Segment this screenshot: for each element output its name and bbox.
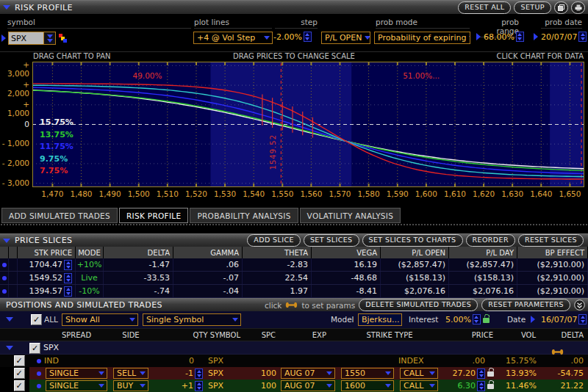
prob-range-stepper[interactable] [516, 32, 524, 42]
price-lock-icon[interactable] [487, 371, 494, 377]
slice-price-stepper[interactable] [64, 260, 72, 270]
side-dropdown[interactable]: BUY [113, 380, 148, 391]
group-checkbox[interactable]: ✓ [29, 343, 40, 354]
step-stepper[interactable] [304, 32, 312, 42]
tab-probability-analysis[interactable]: PROBABILITY ANALYSIS [190, 208, 298, 223]
type-dropdown[interactable]: CALL [400, 368, 438, 379]
all-checkbox[interactable]: ✓ [31, 314, 42, 325]
x-axis-label[interactable]: 1,510 [151, 189, 184, 198]
collapse-slices-icon[interactable] [3, 239, 10, 243]
type-dropdown[interactable]: CALL [400, 380, 438, 391]
price-stepper[interactable] [477, 381, 485, 391]
prob-range-expand-icon[interactable] [476, 33, 481, 40]
x-axis-label[interactable]: 1,490 [94, 189, 126, 198]
copy-icon[interactable] [554, 1, 568, 14]
x-axis-label[interactable]: 1,470 [36, 189, 68, 198]
value-cell: -2.83 [243, 258, 312, 271]
symbol-group-row[interactable]: ✓ SPX [0, 341, 588, 355]
show-filter-dropdown[interactable]: Show All [62, 313, 138, 326]
reset-all-button[interactable]: RESET ALL [458, 1, 511, 14]
interest-stepper[interactable] [473, 314, 481, 324]
qty-stepper[interactable] [195, 381, 203, 391]
symbol-expand-icon[interactable] [1, 35, 6, 42]
plot-lines-dropdown[interactable]: +4 @ Vol Step [193, 32, 273, 44]
reorder-button[interactable]: REORDER [466, 234, 515, 247]
symbol-input[interactable]: SPX [8, 32, 56, 45]
x-axis-label[interactable]: 1,570 [324, 189, 356, 198]
price-slice-row[interactable]: 1549.52Live-33.53-.0722.54-48.68($158.13… [0, 272, 588, 285]
x-axis-label[interactable]: 1,560 [295, 189, 327, 198]
group-wrench-icon[interactable] [551, 344, 564, 358]
value-cell: ($158.13) [381, 272, 449, 284]
table-row-index[interactable]: ✓ IND 0 SPX INDEX .00 15.75% .00 [0, 355, 588, 367]
prob-mode-dropdown[interactable]: Probability of expiring [374, 32, 470, 44]
date-stepper[interactable] [578, 314, 587, 324]
x-axis-label[interactable]: 1,480 [65, 189, 97, 198]
collapse-group-icon[interactable] [6, 346, 13, 350]
strike-dropdown[interactable]: 1550 [341, 368, 394, 379]
set-slices-button[interactable]: SET SLICES [304, 234, 359, 247]
value-cell: $2,076.16 [449, 285, 517, 297]
tab-risk-profile[interactable]: RISK PROFILE [119, 208, 188, 223]
setup-button[interactable]: SETUP [514, 1, 551, 14]
side-dropdown[interactable]: SELL [113, 368, 148, 379]
collapse-all-icon[interactable] [574, 300, 585, 311]
price-slice-row[interactable]: 1394.57-10%-.74-.041.97-8.41$2,076.16$2,… [0, 285, 588, 298]
tab-volatility-analysis[interactable]: VOLATILITY ANALYSIS [300, 208, 401, 223]
row-checkbox[interactable]: ✓ [14, 355, 25, 366]
reset-slices-button[interactable]: RESET SLICES [518, 234, 584, 247]
exp-dropdown[interactable]: AUG 07 [281, 380, 335, 391]
price-lock-icon[interactable] [487, 384, 494, 389]
x-axis-label[interactable]: 1,550 [266, 189, 298, 198]
slice-price-stepper[interactable] [64, 273, 72, 283]
interest-lock-icon[interactable] [483, 318, 490, 323]
x-axis-label[interactable]: 1,540 [237, 189, 270, 198]
x-axis-label[interactable]: 1,520 [180, 189, 212, 198]
x-axis-label[interactable]: 1,630 [496, 189, 528, 198]
set-slices-to-charts-button[interactable]: SET SLICES TO CHARTS [362, 234, 463, 247]
x-axis-label[interactable]: 1,530 [209, 189, 241, 198]
x-axis-label[interactable]: 1,580 [353, 189, 385, 198]
symbol-label: symbol [7, 18, 191, 29]
symbol-dropdown-icon[interactable] [43, 32, 55, 44]
price-slice-row[interactable]: 1704.47+10%-1.47.06-2.8316.19($2,857.47)… [0, 258, 588, 272]
instrument-label: IND [44, 356, 59, 366]
vol-step-legend: 15.75%13.75%11.75%9.75%7.75% [40, 117, 74, 175]
row-checkbox[interactable]: ✓ [14, 380, 25, 391]
slice-price-stepper[interactable] [64, 286, 72, 297]
reset-parameters-button[interactable]: RESET PARAMETERS [481, 299, 570, 311]
strike-dropdown[interactable]: 1600 [341, 380, 394, 391]
qty-stepper[interactable] [195, 369, 203, 379]
spread-dropdown[interactable]: SINGLE [46, 368, 107, 379]
risk-profile-plot[interactable] [32, 62, 584, 187]
date-expand-icon[interactable] [531, 316, 535, 323]
value-cell: -48.68 [312, 272, 381, 284]
collapse-panel-icon[interactable] [3, 5, 10, 10]
symbol-filter-dropdown[interactable]: Single Symbol [143, 313, 241, 326]
col-delta: DELTA [538, 329, 588, 341]
x-axis-label[interactable]: 1,620 [467, 189, 500, 198]
x-axis-label[interactable]: 1,600 [410, 189, 442, 198]
prob-date-expand-icon[interactable] [534, 33, 538, 40]
x-axis-label[interactable]: 1,610 [439, 189, 471, 198]
exp-dropdown[interactable]: AUG 07 [281, 368, 335, 379]
spread-dropdown[interactable]: SINGLE [46, 380, 107, 391]
add-slice-button[interactable]: ADD SLICE [247, 234, 301, 247]
prob-date-stepper[interactable] [578, 32, 587, 42]
tab-add-simulated-trades[interactable]: ADD SIMULATED TRADES [1, 208, 118, 223]
drag-prices-hint: DRAG PRICES TO CHANGE SCALE [233, 52, 355, 60]
x-axis-label[interactable]: 1,640 [525, 189, 557, 198]
row-checkbox[interactable]: ✓ [14, 368, 25, 379]
symbol-style-icon[interactable] [59, 34, 68, 43]
x-axis-label[interactable]: 1,590 [381, 189, 414, 198]
model-dropdown[interactable]: Bjerksu... [358, 313, 402, 326]
price-stepper[interactable] [477, 369, 485, 379]
collapse-positions-icon[interactable] [6, 317, 13, 322]
table-row-sell-leg[interactable]: ✓ SINGLE SELL -1 SPX 100 AUG 07 1550 CAL… [0, 367, 588, 380]
table-row-buy-leg[interactable]: ✓ SINGLE BUY +1 SPX 100 AUG 07 1600 CALL… [0, 380, 588, 392]
x-axis-label[interactable]: 1,500 [123, 189, 155, 198]
delete-simulated-trades-button[interactable]: DELETE SIMULATED TRADES [359, 299, 478, 311]
print-icon[interactable] [571, 1, 585, 14]
pl-mode-dropdown[interactable]: P/L OPEN [321, 32, 370, 44]
x-axis-label[interactable]: 1,650 [553, 189, 586, 198]
